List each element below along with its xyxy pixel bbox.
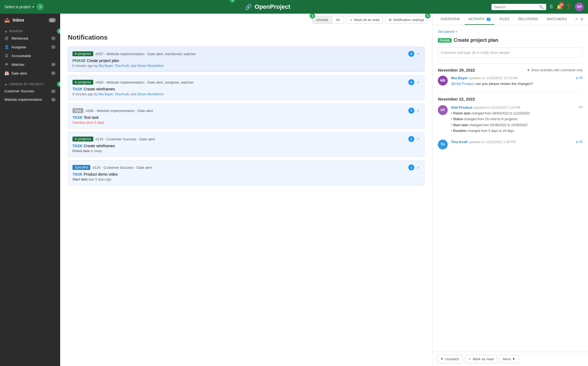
main-layout: 📥 Inbox 11 ▲ REASON 1 @ Mentioned 1 👤 As…: [0, 14, 588, 366]
activity-author-tk[interactable]: Tina Kraft: [451, 140, 467, 144]
customer-success-label: Customer Success: [4, 89, 34, 93]
share-icon-260[interactable]: ⤢: [417, 80, 420, 84]
author-link-tina-2[interactable]: Tina Kraft: [115, 92, 129, 96]
activity-author-mb[interactable]: Mia Bayer: [451, 76, 468, 80]
share-icon-125[interactable]: ⤢: [417, 137, 420, 141]
unwatch-label: Unwatch: [445, 357, 459, 361]
activity-author-op[interactable]: Olaf Product: [451, 105, 472, 110]
share-icon-124[interactable]: ⤢: [417, 165, 420, 170]
sidebar-inbox-item[interactable]: 📥 Inbox 11: [0, 14, 60, 27]
gear-icon: ⚙: [389, 18, 392, 22]
mentioned-count: 1: [51, 36, 56, 40]
notif-meta-124: Start date was 5 days ago: [72, 178, 420, 181]
author-link-mia-2[interactable]: Mia Bayer: [98, 92, 113, 96]
apps-icon[interactable]: ⠿: [549, 4, 553, 10]
notification-settings-button[interactable]: ⚙ Notification settings: [385, 16, 428, 24]
notif-meta-260: 6 minutes ago by Mia Bayer, Tina Kraft, …: [72, 92, 420, 96]
date-alert-icon: 📅: [4, 71, 9, 75]
status-badge-124: Specified: [72, 165, 90, 170]
avatar-tk: TK: [438, 140, 448, 149]
work-package-title: PHASE Create project plan: [438, 37, 583, 43]
activity-ref-8: ● #8: [576, 76, 583, 80]
assignee-count: 1: [51, 45, 56, 49]
author-link-simon[interactable]: Simon Wunderlich: [137, 64, 164, 68]
mark-read-icon: ✓: [350, 18, 353, 22]
filter-tabs: Unread All: [312, 16, 344, 24]
notification-count-badge: 11: [559, 2, 564, 7]
panel-footer: 👁 Unwatch ✓ Mark as read More ▼: [432, 352, 588, 366]
notif-id-125: #125 - Customer Success - Date alert: [95, 137, 155, 141]
mark-as-read-button[interactable]: ✓ Mark as read: [465, 355, 497, 363]
activity-item-tk: TK Tina Kraft updated on 11/22/2022 1:09…: [438, 140, 583, 149]
customer-success-count: 2: [51, 89, 56, 93]
avatar-mb: MB: [438, 76, 448, 85]
more-label: More: [503, 357, 511, 361]
notif-id-257: #257 - Website implementation - Date ale…: [95, 52, 196, 56]
date-alert-label: Date alert: [11, 71, 27, 75]
notif-type-125: TASK: [72, 144, 83, 148]
notification-card-286[interactable]: New #286 - Website implementation - Date…: [68, 104, 424, 129]
author-link-simon-2[interactable]: Simon Wunderlich: [137, 92, 164, 96]
wp-title-text: Create project plan: [454, 37, 498, 43]
right-panel: OVERVIEW ACTIVITY 3 FILES RELATIONS WATC…: [432, 14, 588, 366]
activity-count-badge: 3: [487, 17, 491, 21]
sidebar-item-date-alert[interactable]: 📅 Date alert 5: [0, 69, 60, 78]
notif-count-257: 4: [408, 51, 414, 57]
assignee-icon: 👤: [4, 45, 9, 49]
author-link-mia[interactable]: Mia Bayer: [98, 64, 113, 68]
notif-overdue-286: Overdue since 5 days: [72, 121, 420, 125]
tab-watchers[interactable]: WATCHERS: [543, 14, 570, 25]
filter-tab-all[interactable]: All: [332, 16, 344, 23]
watcher-label: Watcher: [11, 63, 25, 67]
accountable-label: Accountable: [11, 54, 31, 58]
unwatch-button[interactable]: 👁 Unwatch: [437, 355, 463, 363]
tab-activity[interactable]: ACTIVITY 3: [465, 14, 494, 25]
set-parent-link[interactable]: Set parent +: [438, 29, 583, 34]
show-activities-btn[interactable]: ▼ Show activities with comments only: [527, 68, 583, 72]
notification-card-257[interactable]: In progress #257 - Website implementatio…: [68, 47, 424, 72]
more-button[interactable]: More ▼: [499, 355, 519, 363]
share-icon-286[interactable]: ⤢: [417, 108, 420, 113]
author-link-tina[interactable]: Tina Kraft: [115, 64, 129, 68]
notification-card-125[interactable]: In progress #125 - Customer Success - Da…: [68, 132, 424, 157]
mentioned-icon: @: [4, 36, 9, 40]
date-alert-count: 5: [51, 71, 56, 75]
notification-card-124[interactable]: Specified #124 - Customer Success - Date…: [68, 160, 424, 185]
inbox-icon: 📥: [4, 17, 10, 23]
sidebar-item-assignee[interactable]: 👤 Assignee 1: [0, 43, 60, 51]
expand-icon[interactable]: ↗: [575, 17, 578, 21]
notification-card-260[interactable]: In progress #260 - Website implementatio…: [68, 75, 424, 100]
circle-3-badge: 3: [310, 14, 315, 19]
search-bar[interactable]: 🔍: [491, 4, 546, 10]
search-input[interactable]: [494, 5, 537, 9]
tab-files[interactable]: FILES: [496, 14, 513, 25]
sidebar-item-website-implementation[interactable]: Website implementation 9: [0, 95, 60, 104]
tab-relations[interactable]: RELATIONS: [514, 14, 542, 25]
mark-all-read-button[interactable]: ✓ Mark all as read: [346, 16, 383, 24]
sidebar-item-mentioned[interactable]: @ Mentioned 1: [0, 34, 60, 43]
filter-tab-unread[interactable]: Unread: [313, 16, 332, 23]
assignee-label: Assignee: [11, 45, 26, 49]
reason-section-header: ▲ REASON 1: [0, 27, 60, 34]
activity-ref-6: ● #6: [576, 140, 583, 144]
sidebar-item-customer-success[interactable]: Customer Success 2: [0, 87, 60, 95]
help-icon[interactable]: ❓: [566, 4, 572, 10]
notif-type-124: TASK: [72, 172, 83, 176]
sidebar-item-accountable[interactable]: ☰ Accountable: [0, 51, 60, 60]
sidebar-item-watcher[interactable]: 👁 Watcher 4: [0, 60, 60, 69]
activity-time-tk: updated on 11/22/2022 1:09 PM: [468, 140, 515, 144]
notifications-icon[interactable]: 🔔 11: [556, 4, 562, 10]
tab-overview[interactable]: OVERVIEW: [437, 14, 464, 25]
comment-area[interactable]: Comment and type @ to notify other peopl…: [438, 48, 583, 58]
notif-id-286: #286 - Website implementation - Date ale…: [86, 109, 153, 113]
chevron-down-icon: ▼: [32, 5, 35, 8]
project-select[interactable]: Select a project ▼: [4, 5, 34, 9]
add-project-button[interactable]: +: [37, 3, 44, 10]
status-badge-286: New: [72, 108, 83, 113]
user-avatar[interactable]: OP: [575, 2, 584, 11]
share-icon-257[interactable]: ⤢: [417, 52, 420, 56]
close-icon[interactable]: ✕: [580, 17, 584, 22]
notif-title-125: Create wireframes: [84, 144, 115, 148]
avatar-op: OP: [438, 105, 448, 115]
watcher-icon: 👁: [4, 62, 9, 67]
